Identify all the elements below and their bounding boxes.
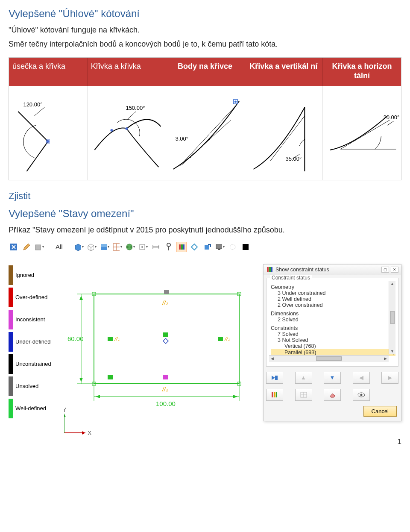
geom-item[interactable]: 3 Under constrained <box>271 290 395 296</box>
svg-line-15 <box>388 121 394 125</box>
svg-marker-49 <box>233 395 237 398</box>
th-5: Křivka a horizon tální <box>323 58 401 86</box>
svg-rect-57 <box>108 375 113 379</box>
legend-label: Inconsistent <box>15 316 45 323</box>
scroll-right-icon[interactable]: ▶ <box>382 356 389 361</box>
plane-icon[interactable] <box>100 242 110 252</box>
legend-unconstrained: Unconstrained <box>9 353 64 375</box>
scroll-thumb[interactable] <box>390 311 395 324</box>
svg-rect-31 <box>179 244 181 250</box>
monitor-icon[interactable] <box>215 242 225 252</box>
th-3: Body na křivce <box>166 58 245 86</box>
svg-rect-68 <box>267 267 269 272</box>
con-item[interactable]: 3 Not Solved <box>271 337 395 343</box>
intro-line-2: Směr tečny interpolačních bodů a koncový… <box>9 39 401 50</box>
export-icon[interactable] <box>202 242 212 252</box>
highlight-button[interactable] <box>266 389 283 401</box>
down-button[interactable]: ▼ <box>324 372 341 384</box>
cat-dimensions: Dimensions <box>271 311 395 317</box>
cat-geometry: Geometry <box>271 284 395 290</box>
link-zjistit[interactable]: Zjistit <box>9 191 401 202</box>
intro-line-1: "Úhlové" kótování funguje na křivkách. <box>9 25 401 35</box>
dialog-title: Show constraint status <box>275 267 329 273</box>
pencil-icon[interactable] <box>21 242 32 252</box>
svg-line-14 <box>341 120 390 149</box>
globe-icon[interactable] <box>125 242 135 252</box>
h-dim-icon[interactable] <box>151 242 161 252</box>
dim-item[interactable]: 2 Solved <box>271 317 395 323</box>
constraint-status-icon[interactable] <box>176 242 187 252</box>
hscroll-thumb[interactable] <box>316 356 342 361</box>
vscrollbar[interactable]: ▲ ▼ <box>389 281 395 354</box>
detail-icon[interactable] <box>138 242 148 252</box>
legend-label: Ignored <box>15 272 34 278</box>
legend-ignored: Ignored <box>9 264 64 286</box>
dialog-footer: Cancel <box>264 403 401 421</box>
geom-item[interactable]: 2 Well defined <box>271 296 395 302</box>
page-number: 1 <box>398 438 401 446</box>
cat-constraints: Constraints <box>271 325 395 331</box>
svg-point-23 <box>126 244 132 250</box>
prev-button[interactable]: ◀ <box>353 372 370 384</box>
svg-rect-73 <box>272 392 273 397</box>
cell-curve-horizontal: 20.00° <box>323 86 401 180</box>
cell-points-curve: 3.00° <box>166 86 245 180</box>
cube-dropdown-icon[interactable] <box>34 242 44 252</box>
con-sub[interactable]: Vertical (768) <box>271 343 395 349</box>
dialog-titlebar[interactable]: Show constraint status ▢ ✕ <box>264 265 401 275</box>
dialog-icon <box>266 266 273 273</box>
svg-rect-52 <box>108 337 113 341</box>
intro-line-3: Příkaz "Stavy omezení je odštípnut v 201… <box>9 225 401 235</box>
eye-button[interactable] <box>353 389 370 401</box>
svg-point-37 <box>230 244 235 250</box>
scroll-down-icon[interactable]: ▼ <box>390 348 394 354</box>
erase-button[interactable] <box>324 389 341 401</box>
th-2: Křivka a křivka <box>88 58 166 86</box>
wireframe-icon[interactable] <box>87 242 97 252</box>
svg-rect-35 <box>216 244 222 249</box>
svg-marker-65 <box>82 431 85 435</box>
toolbar-all-label[interactable]: All <box>52 243 66 250</box>
svg-rect-75 <box>276 392 277 397</box>
v-dim-icon[interactable] <box>164 242 174 252</box>
constraint-status-group: Constraint status Geometry 3 Under const… <box>266 278 398 367</box>
pin-button[interactable]: ▢ <box>381 267 389 273</box>
svg-marker-67 <box>64 414 66 417</box>
box-blue-icon[interactable] <box>74 242 84 252</box>
svg-rect-70 <box>271 267 272 272</box>
hscrollbar[interactable]: ◀ ▶ <box>269 355 389 362</box>
close-button[interactable]: ✕ <box>391 267 398 273</box>
con-item[interactable]: 7 Solved <box>271 331 395 337</box>
scroll-up-icon[interactable]: ▲ <box>390 281 394 287</box>
constraint-list[interactable]: Geometry 3 Under constrained 2 Well defi… <box>269 281 395 362</box>
cancel-button[interactable]: Cancel <box>363 406 397 417</box>
dim-150: 150.00° <box>126 105 145 111</box>
black-square-icon[interactable] <box>240 242 251 252</box>
svg-point-25 <box>141 246 143 248</box>
group-label: Constraint status <box>270 275 312 281</box>
dotted-circle-icon[interactable] <box>228 242 238 252</box>
svg-rect-55 <box>218 337 223 341</box>
scroll-left-icon[interactable]: ◀ <box>269 356 275 361</box>
svg-point-0 <box>47 140 49 143</box>
legend-overdefined: Over-defined <box>9 286 64 309</box>
svg-line-2 <box>34 107 44 116</box>
up-button[interactable]: ▲ <box>295 372 312 384</box>
svg-rect-74 <box>274 392 275 397</box>
legend-label: Unsolved <box>15 383 38 389</box>
geom-item[interactable]: 2 Over constrained <box>271 302 395 308</box>
grid-icon[interactable] <box>112 242 123 252</box>
svg-line-7 <box>182 120 231 165</box>
next-button[interactable]: ▶ <box>381 372 398 384</box>
axis-y: Y <box>64 406 67 413</box>
sketch-toolbar: All <box>9 239 401 255</box>
svg-rect-36 <box>218 249 220 250</box>
legend-inconsistent: Inconsistent <box>9 309 64 331</box>
exit-sketch-icon[interactable] <box>9 242 19 252</box>
svg-line-11 <box>271 116 305 161</box>
dim-60: 60.00 <box>67 335 84 342</box>
legend-label: Unconstrained <box>15 361 51 367</box>
first-button[interactable] <box>266 372 283 384</box>
diamond-icon[interactable] <box>189 242 199 252</box>
grid-button[interactable] <box>295 389 312 401</box>
